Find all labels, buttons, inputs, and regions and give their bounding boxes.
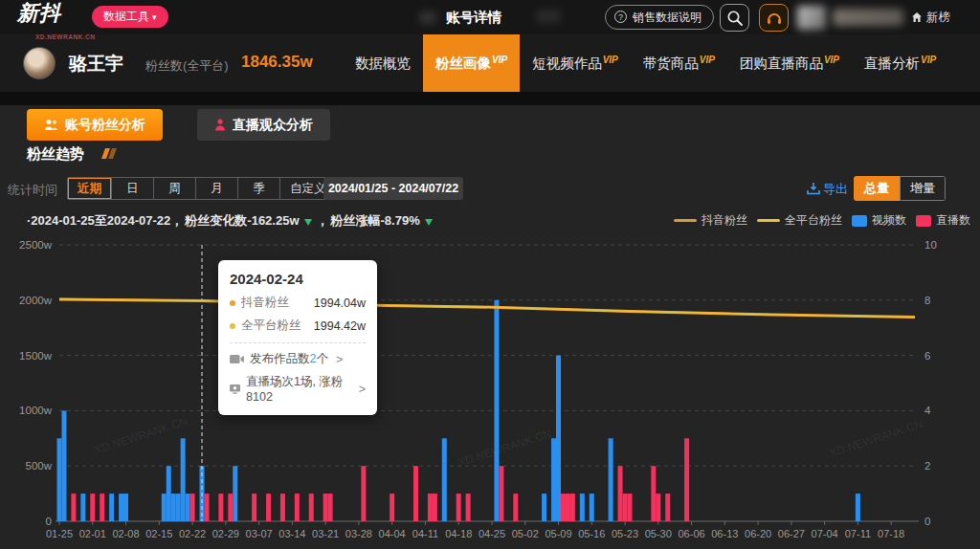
legend-抖音粉丝[interactable]: 抖音粉丝 <box>674 212 747 229</box>
svg-text:0: 0 <box>924 516 930 527</box>
tab-account-fans-analysis[interactable]: 账号粉丝分析 <box>27 109 163 141</box>
tab-label: 直播观众分析 <box>233 117 313 134</box>
tab-数据概览[interactable]: 数据概览 <box>343 34 423 92</box>
legend-swatch <box>757 219 780 222</box>
svg-text:2000w: 2000w <box>19 295 53 306</box>
tab-直播分析[interactable]: 直播分析VIP <box>852 34 948 92</box>
account-avatar[interactable] <box>23 47 56 79</box>
legend-swatch <box>852 215 867 227</box>
svg-text:2: 2 <box>924 460 930 472</box>
tab-粉丝画像[interactable]: 粉丝画像VIP <box>423 34 520 92</box>
fan-trend-chart[interactable]: 2500w102000w81500w61000w4500w20001-2502-… <box>0 239 980 549</box>
tab-live-audience-analysis[interactable]: 直播观众分析 <box>197 109 330 141</box>
chevron-down-icon: ▾ <box>152 12 157 22</box>
page: 新抖 XD.NEWRANK.CN 数据工具▾ 账号详情 ?销售数据说明 新榜 骆… <box>0 0 980 549</box>
svg-text:0: 0 <box>46 516 52 527</box>
svg-text:05-23: 05-23 <box>612 528 638 539</box>
svg-text:XD.NEWRANK.CN: XD.NEWRANK.CN <box>457 427 553 470</box>
headset-icon <box>766 10 783 27</box>
mode-增量[interactable]: 增量 <box>900 176 946 201</box>
title-decoration <box>103 148 115 159</box>
section-title-fan-trend: 粉丝趋势 <box>27 145 84 164</box>
export-button[interactable]: 导出 <box>807 181 848 198</box>
arrow-down-icon <box>304 219 312 226</box>
svg-text:05-16: 05-16 <box>578 528 605 539</box>
video-camera-icon <box>230 354 244 364</box>
svg-text:02-01: 02-01 <box>79 528 106 539</box>
tab-短视频作品[interactable]: 短视频作品VIP <box>520 34 631 92</box>
page-title: 账号详情 <box>446 9 501 27</box>
tooltip-row: 抖音粉丝1994.04w <box>230 295 366 311</box>
chevron-right-icon: > <box>336 353 343 366</box>
svg-text:06-27: 06-27 <box>778 528 805 539</box>
svg-text:06-13: 06-13 <box>711 528 738 539</box>
home-icon <box>911 11 923 23</box>
legend-全平台粉丝[interactable]: 全平台粉丝 <box>757 212 842 229</box>
fans-count-label: 粉丝数(全平台) <box>145 57 229 75</box>
username-redacted <box>833 9 903 26</box>
svg-text:01-25: 01-25 <box>46 528 73 539</box>
svg-text:04-11: 04-11 <box>412 528 438 539</box>
svg-text:06-20: 06-20 <box>745 528 771 539</box>
person-icon <box>214 119 226 131</box>
svg-text:02-15: 02-15 <box>145 528 172 539</box>
question-circle-icon: ? <box>614 11 627 23</box>
main-tabs: 数据概览粉丝画像VIP短视频作品VIP带货商品VIP团购直播商品VIP直播分析V… <box>343 34 948 92</box>
tooltip-works-link[interactable]: 发布作品数2个 > <box>230 351 366 367</box>
svg-text:02-29: 02-29 <box>212 528 239 539</box>
legend-swatch <box>916 215 931 227</box>
data-tools-button[interactable]: 数据工具▾ <box>92 6 168 28</box>
arrow-down-icon <box>425 219 433 226</box>
mode-总量[interactable]: 总量 <box>854 176 900 201</box>
date-range-picker[interactable]: 2024/01/25 - 2024/07/22 <box>323 177 463 200</box>
legend-视频数[interactable]: 视频数 <box>852 212 906 229</box>
sales-data-info-button[interactable]: ?销售数据说明 <box>605 5 714 30</box>
svg-text:03-14: 03-14 <box>278 528 305 539</box>
total-increment-toggle: 总量增量 <box>854 176 946 201</box>
filter-日[interactable]: 日 <box>112 178 154 199</box>
chart-tooltip: 2024-02-24 抖音粉丝1994.04w全平台粉丝1994.42w 发布作… <box>218 260 377 415</box>
svg-text:05-09: 05-09 <box>545 528 571 539</box>
live-screen-icon <box>230 384 240 395</box>
svg-text:2500w: 2500w <box>19 239 53 251</box>
legend-swatch <box>674 219 697 222</box>
svg-text:8: 8 <box>924 295 930 306</box>
svg-text:1500w: 1500w <box>19 350 53 362</box>
top-bar: 新抖 XD.NEWRANK.CN 数据工具▾ 账号详情 ?销售数据说明 新榜 <box>0 0 980 34</box>
svg-text:10: 10 <box>924 239 937 251</box>
svg-text:02-08: 02-08 <box>112 528 139 539</box>
filter-月[interactable]: 月 <box>196 178 238 199</box>
svg-text:XD.NEWRANK.CN: XD.NEWRANK.CN <box>828 417 924 460</box>
filter-近期[interactable]: 近期 <box>68 178 112 199</box>
summary-line: ·2024-01-25至2024-07-22， 粉丝变化数-162.25w ， … <box>27 212 435 230</box>
svg-text:05-30: 05-30 <box>645 528 672 539</box>
svg-text:07-18: 07-18 <box>878 528 904 539</box>
account-bar: 骆王宇 粉丝数(全平台) 1846.35w 数据概览粉丝画像VIP短视频作品VI… <box>0 34 980 92</box>
search-button[interactable] <box>720 4 749 32</box>
tooltip-divider <box>230 342 366 343</box>
search-icon <box>726 10 744 27</box>
tab-带货商品[interactable]: 带货商品VIP <box>631 34 727 92</box>
legend-直播数[interactable]: 直播数 <box>916 212 970 229</box>
customer-service-button[interactable] <box>759 4 789 32</box>
filter-季[interactable]: 季 <box>238 178 280 199</box>
tab-label: 账号粉丝分析 <box>65 117 145 134</box>
newrank-home-link[interactable]: 新榜 <box>911 10 950 26</box>
svg-text:6: 6 <box>924 350 930 362</box>
svg-text:04-04: 04-04 <box>379 528 406 539</box>
divider-strip <box>0 92 980 105</box>
svg-text:04-18: 04-18 <box>445 528 472 539</box>
export-icon <box>807 183 820 195</box>
svg-text:07-11: 07-11 <box>845 528 871 539</box>
tooltip-live-link[interactable]: 直播场次1场, 涨粉8102 > <box>230 374 366 404</box>
svg-text:03-07: 03-07 <box>246 528 273 539</box>
logo[interactable]: 新抖 XD.NEWRANK.CN <box>17 3 61 24</box>
avatar[interactable] <box>797 6 826 30</box>
filter-周[interactable]: 周 <box>154 178 196 199</box>
svg-text:07-04: 07-04 <box>812 528 838 539</box>
tab-团购直播商品[interactable]: 团购直播商品VIP <box>727 34 852 92</box>
svg-text:1000w: 1000w <box>19 405 53 416</box>
tooltip-row: 全平台粉丝1994.42w <box>230 318 366 334</box>
svg-text:500w: 500w <box>26 460 53 472</box>
chart-legend: 抖音粉丝全平台粉丝视频数直播数 <box>674 212 970 229</box>
